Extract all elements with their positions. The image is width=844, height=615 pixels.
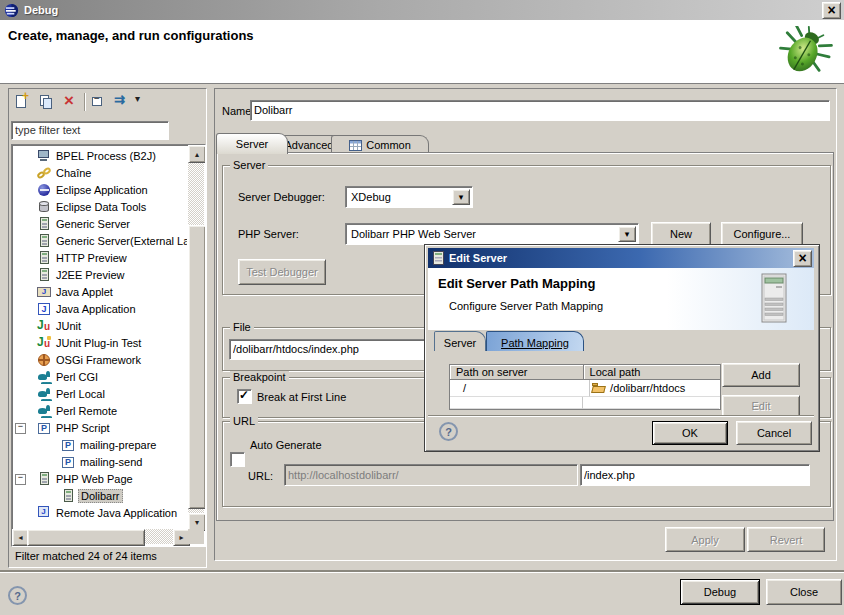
debug-button[interactable]: Debug [680,579,760,605]
window-title: Debug [24,4,58,16]
add-mapping-button[interactable]: Add [722,363,800,387]
php-icon [37,421,52,435]
edit-server-dialog: Edit Server Edit Server Path Mapping Con… [424,244,820,452]
breakpoint-group-title: Breakpoint [230,371,289,383]
new-configuration-icon[interactable] [12,93,32,111]
apply-button[interactable]: Apply [665,527,745,552]
tree-item-http-preview[interactable]: HTTP Preview [13,249,187,266]
scrollbar-corner [188,529,204,544]
dialog-button-bar: OK Cancel [428,415,814,446]
url-group-title: URL [230,415,258,427]
tree-item-chaine[interactable]: Chaîne [13,164,187,181]
tree-item-java-application[interactable]: Java Application [13,300,187,317]
url-label: URL: [248,470,273,482]
tree-item-dolibarr[interactable]: Dolibarr [13,487,187,504]
scrollbar-thumb[interactable] [188,225,206,509]
cancel-button[interactable]: Cancel [736,421,812,445]
php-server-label: PHP Server: [238,228,299,240]
path-mapping-row[interactable]: / /dolibarr/htdocs [450,380,720,397]
toolbar-separator [84,93,85,111]
collapse-expander-icon[interactable] [15,474,26,485]
dialog-tab-path-mapping[interactable]: Path Mapping [486,331,584,353]
tree-item-generic-server[interactable]: Generic Server [13,215,187,232]
edit-mapping-button[interactable]: Edit [722,395,800,415]
dialog-subheading: Configure Server Path Mapping [449,300,603,312]
tree-vertical-scrollbar[interactable]: ▴ ▾ [188,145,204,529]
path-mapping-pane: Path on server Local path / /dolibarr/ht… [428,351,814,415]
tree-item-eclipse-application[interactable]: Eclipse Application [13,181,187,198]
filter-launch-configurations-icon[interactable] [112,93,132,111]
url-base-input [288,465,574,485]
dialog-close-icon[interactable] [793,250,812,267]
tree-item-eclipse-data-tools[interactable]: Eclipse Data Tools [13,198,187,215]
database-icon [37,200,52,214]
scroll-up-icon[interactable]: ▴ [188,145,206,163]
tree-item-junit-plugin-test[interactable]: JUnit Plug-in Test [13,334,187,351]
tree-item-java-applet[interactable]: Java Applet [13,283,187,300]
column-header-path-on-server[interactable]: Path on server [450,365,584,380]
tree-item-mailing-send[interactable]: mailing-send [13,453,187,470]
url-path-input[interactable] [584,465,806,485]
server-icon [37,217,52,231]
break-first-line-label: Break at First Line [257,391,346,403]
break-first-line-checkbox[interactable] [237,389,252,404]
toolbar-menu-chevron-icon[interactable] [133,93,145,111]
tab-server[interactable]: Server [216,133,288,154]
column-header-local-path[interactable]: Local path [584,365,720,380]
dialog-tab-server[interactable]: Server [434,331,486,353]
configurations-sidebar: BPEL Process (B2J) Chaîne Eclipse Applic… [8,88,207,568]
php-server-combo[interactable]: Dolibarr PHP Web Server ▾ [345,223,639,245]
footer-separator [0,570,844,572]
debug-configurations-window: Debug Create, manage, and run configurat… [0,0,844,615]
duplicate-configuration-icon[interactable] [36,93,56,111]
tree-item-osgi-framework[interactable]: OSGi Framework [13,351,187,368]
collapse-all-icon[interactable] [89,93,109,111]
revert-button[interactable]: Revert [747,527,825,552]
tree-item-perl-cgi[interactable]: Perl CGI [13,368,187,385]
ok-button[interactable]: OK [652,421,728,445]
tree-item-php-web-page[interactable]: PHP Web Page [13,470,187,487]
server-small-icon [433,251,444,265]
chevron-down-icon[interactable]: ▾ [618,226,636,242]
tree-item-j2ee-preview[interactable]: J2EE Preview [13,266,187,283]
test-debugger-button[interactable]: Test Debugger [238,259,326,285]
tree-item-remote-java-application[interactable]: Remote Java Application [13,504,187,521]
tree-item-mailing-prepare[interactable]: mailing-prepare [13,436,187,453]
server-debugger-combo[interactable]: XDebug ▾ [345,186,473,208]
tree-item-bpel-process[interactable]: BPEL Process (B2J) [13,147,187,164]
server-group-title: Server [230,159,268,171]
tree-horizontal-scrollbar[interactable]: ◂ ▸ [12,529,188,544]
dialog-help-icon[interactable] [439,422,458,441]
url-path-input-wrap [580,464,810,486]
scrollbar-thumb[interactable] [27,529,145,546]
delete-configuration-icon[interactable] [60,93,80,111]
php-icon [61,438,76,452]
eclipse-logo-icon [4,3,19,18]
configure-button[interactable]: Configure... [721,222,803,246]
filter-input[interactable] [15,122,165,139]
chevron-down-icon[interactable]: ▾ [452,189,470,205]
edit-server-title: Edit Server [449,252,507,264]
configurations-tree: BPEL Process (B2J) Chaîne Eclipse Applic… [11,144,206,547]
help-icon[interactable] [8,586,27,605]
collapse-expander-icon[interactable] [15,423,26,434]
close-button[interactable]: Close [766,579,842,605]
table-icon [349,140,362,151]
perl-camel-icon [37,404,52,418]
tree-item-php-script[interactable]: PHP Script [13,419,187,436]
edit-server-titlebar[interactable]: Edit Server [428,248,814,268]
auto-generate-checkbox[interactable] [230,452,245,467]
tree-item-junit[interactable]: JUnit [13,317,187,334]
osgi-icon [37,353,52,367]
edit-server-header: Edit Server Path Mapping Configure Serve… [428,268,814,330]
java-applet-icon [37,285,52,299]
window-titlebar[interactable]: Debug [0,0,844,20]
tree-item-generic-server-external[interactable]: Generic Server(External La [13,232,187,249]
window-close-icon[interactable] [822,2,841,19]
tree-item-perl-local[interactable]: Perl Local [13,385,187,402]
server-icon [61,489,76,503]
name-input-wrap [250,100,830,121]
new-server-button[interactable]: New [651,222,711,246]
name-input[interactable] [254,101,826,120]
tree-item-perl-remote[interactable]: Perl Remote [13,402,187,419]
